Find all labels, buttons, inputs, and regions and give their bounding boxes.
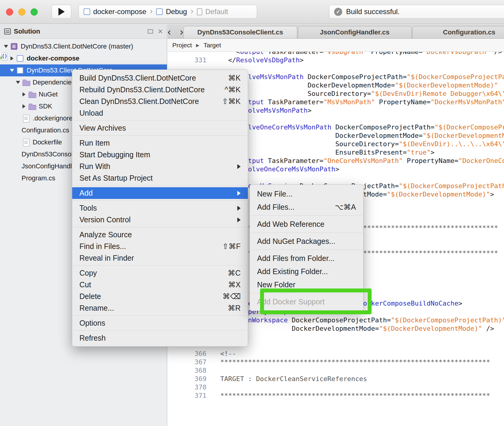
menu-item[interactable]: Copy⌘C xyxy=(72,267,248,279)
run-config-target[interactable]: Default xyxy=(205,7,228,16)
menu-shortcut: ⇧⌘K xyxy=(222,97,241,106)
menu-item[interactable]: Delete⌘⌫ xyxy=(72,291,248,302)
menu-separator xyxy=(251,232,363,233)
menu-item-label: Build DynDns53.Client.DotNetCore xyxy=(79,74,222,82)
expand-arrow-icon[interactable] xyxy=(20,92,28,96)
menu-item-label: Rebuild DynDns53.Client.DotNetCore xyxy=(79,85,219,94)
menu-item[interactable]: Find in Files...⇧⌘F xyxy=(72,241,248,252)
menu-item-label: New Folder xyxy=(257,280,356,289)
back-icon[interactable]: ‹ xyxy=(168,27,171,36)
menu-item[interactable]: Build DynDns53.Client.DotNetCore⌘K xyxy=(72,72,248,84)
menu-shortcut: ⌘⌫ xyxy=(223,292,241,301)
run-config-configuration[interactable]: Debug xyxy=(166,7,187,16)
menu-item[interactable]: Version Control xyxy=(72,214,248,226)
menu-item[interactable]: Add Web Reference xyxy=(250,217,363,231)
menu-item-label: Set As Startup Project xyxy=(79,174,241,182)
menu-item[interactable]: Add Files from Folder... xyxy=(250,252,363,265)
line-number: 367 xyxy=(168,358,210,366)
collapse-arrow-icon[interactable] xyxy=(2,45,10,48)
menu-item[interactable]: Add xyxy=(72,187,248,199)
menu-shortcut: ⌘C xyxy=(228,269,241,277)
menu-item-label: New File... xyxy=(257,190,356,198)
project-icon xyxy=(16,54,24,63)
minimize-button[interactable] xyxy=(18,8,25,16)
menu-item[interactable]: Set As Startup Project xyxy=(72,172,248,184)
menu-item[interactable]: Analyze Source xyxy=(72,229,248,241)
menu-separator xyxy=(73,227,247,227)
menu-item[interactable]: Rebuild DynDns53.Client.DotNetCore^⌘K xyxy=(72,84,248,96)
line-number: 366 xyxy=(168,350,210,358)
menu-separator xyxy=(73,200,247,201)
run-config-project[interactable]: docker-compose xyxy=(93,7,146,16)
context-menu: Build DynDns53.Client.DotNetCore⌘KRebuil… xyxy=(72,70,248,347)
line-number: 369 xyxy=(168,375,210,383)
expand-arrow-icon[interactable] xyxy=(20,104,28,108)
menu-item[interactable]: Add Files...⌥⌘A xyxy=(250,200,363,214)
breadcrumb-item[interactable]: Target xyxy=(203,42,221,49)
menu-item[interactable]: Refresh xyxy=(72,332,248,344)
menu-item[interactable]: Run With xyxy=(72,161,248,172)
menu-shortcut: ⌥⌘A xyxy=(335,203,356,212)
window-controls xyxy=(6,8,38,16)
menu-item-label: Add NuGet Packages... xyxy=(257,237,356,246)
menu-item-label: Add Files from Folder... xyxy=(257,254,356,263)
chevron-separator: › xyxy=(191,7,193,16)
editor-tab[interactable]: Configuration.cs xyxy=(412,26,504,38)
menu-item-label: Tools xyxy=(79,204,232,212)
menu-item-label: Add Files... xyxy=(257,203,329,212)
editor-tab[interactable]: DynDns53ConsoleClient.cs xyxy=(183,26,297,38)
tree-item-label: Dependencies xyxy=(33,78,75,86)
menu-item[interactable]: Unload xyxy=(72,107,248,119)
collapse-arrow-icon[interactable] xyxy=(14,81,22,84)
run-configuration-selector[interactable]: docker-compose › Debug › Default xyxy=(79,5,257,19)
tree-item-label: SDK xyxy=(39,102,52,110)
solution-icon xyxy=(4,28,11,34)
project-icon xyxy=(84,8,90,15)
menu-shortcut: ^⌘K xyxy=(225,85,241,94)
code-line: 366<!-- xyxy=(168,350,504,358)
project-icon xyxy=(156,8,163,15)
code-line: 368 xyxy=(168,366,504,375)
vcs-added-badge: + xyxy=(1,55,3,60)
menu-item[interactable]: Reveal in Finder xyxy=(72,252,248,264)
code-line: <Output TaskParameter="VsDbgPath" Proper… xyxy=(168,52,504,56)
code-line: 369TARGET : DockerCleanServiceReferences xyxy=(168,375,504,383)
menu-item[interactable]: Tools xyxy=(72,202,248,214)
menu-item-label: View Archives xyxy=(79,124,241,132)
menu-item[interactable]: Start Debugging Item xyxy=(72,149,248,161)
collapse-arrow-icon[interactable] xyxy=(8,69,16,72)
document-icon xyxy=(197,8,202,15)
menu-item[interactable]: New File... xyxy=(250,187,363,200)
breadcrumb-item[interactable]: Project xyxy=(172,42,192,49)
menu-item[interactable]: Options xyxy=(72,317,248,329)
tree-item-label: docker-compose xyxy=(27,55,79,62)
menu-item[interactable]: Clean DynDns53.Client.DotNetCore⇧⌘K xyxy=(72,96,248,107)
tree-item[interactable]: docker-compose xyxy=(0,52,167,64)
run-button[interactable] xyxy=(52,5,71,19)
folder-icon xyxy=(22,78,30,87)
zoom-button[interactable] xyxy=(31,8,38,16)
close-button[interactable] xyxy=(6,8,13,16)
solution-icon xyxy=(10,42,18,51)
menu-separator xyxy=(251,215,363,216)
menu-item[interactable]: Run Item xyxy=(72,137,248,149)
menu-item-label: Cut xyxy=(79,280,222,289)
forward-icon[interactable]: › xyxy=(180,27,183,36)
menu-item[interactable]: Cut⌘X xyxy=(72,279,248,291)
expand-arrow-icon[interactable] xyxy=(8,56,16,61)
menu-item[interactable]: Rename...⌘R xyxy=(72,302,248,314)
dock-pad-icon[interactable] xyxy=(148,29,153,34)
submenu-arrow-icon xyxy=(237,191,241,196)
menu-item[interactable]: Add Existing Folder... xyxy=(250,265,363,278)
menu-item-label: Reveal in Finder xyxy=(79,254,241,262)
menu-item[interactable]: Add NuGet Packages... xyxy=(250,235,363,248)
tree-item-label: .dockerignore xyxy=(33,114,73,122)
folder-icon xyxy=(28,90,36,99)
menu-item[interactable]: View Archives xyxy=(72,122,248,134)
tree-item[interactable]: DynDns53.Client.DotNetCore (master) xyxy=(0,40,167,52)
close-pad-icon[interactable]: × xyxy=(158,28,163,34)
line-number: 331 xyxy=(168,56,210,64)
doc-icon xyxy=(22,114,30,123)
editor-tab[interactable]: JsonConfigHandler.cs xyxy=(298,26,412,38)
build-status-bar[interactable]: ✓ Build successful. xyxy=(329,5,504,19)
